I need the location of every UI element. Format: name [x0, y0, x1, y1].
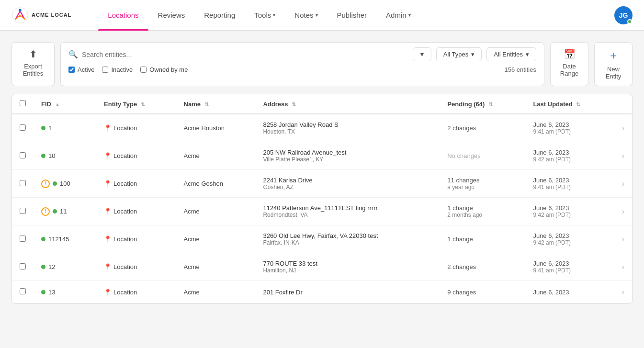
- col-last-updated[interactable]: Last Updated ⇅: [525, 94, 614, 114]
- main-content: ⬆ Export Entities 🔍 ▼ All Types ▾ All En…: [0, 31, 644, 315]
- nav-item-reporting[interactable]: Reporting: [194, 0, 245, 31]
- row-entity-type: 📍Location: [96, 281, 176, 303]
- avatar[interactable]: JG: [614, 6, 633, 24]
- row-checkbox[interactable]: [20, 124, 26, 131]
- owned-checkbox-label[interactable]: Owned by me: [140, 66, 188, 73]
- active-dot: [41, 265, 45, 269]
- col-name[interactable]: Name ⇅: [176, 94, 256, 114]
- search-icon: 🔍: [68, 50, 78, 59]
- active-checkbox-label[interactable]: Active: [68, 66, 94, 73]
- name-value: Acme: [184, 208, 200, 215]
- name-value: Acme Goshen: [184, 180, 223, 187]
- row-name: Acme Houston: [176, 114, 256, 142]
- col-address[interactable]: Address ⇅: [255, 94, 440, 114]
- row-pending: 9 changes: [440, 281, 525, 303]
- search-input-wrap: 🔍: [68, 50, 408, 59]
- row-expand-chevron[interactable]: ›: [622, 263, 624, 271]
- fid-sort-icon: ▲: [55, 101, 60, 107]
- export-entities-button[interactable]: ⬆ Export Entities: [11, 42, 55, 86]
- all-types-select[interactable]: All Types ▾: [436, 47, 482, 61]
- row-entity-type: 📍Location: [96, 225, 176, 253]
- row-chevron-cell: ›: [614, 225, 632, 253]
- row-expand-chevron[interactable]: ›: [622, 124, 624, 132]
- row-checkbox[interactable]: [20, 263, 26, 269]
- pending-sub-value: a year ago: [447, 184, 518, 191]
- row-last-updated: June 6, 2023 9:41 am (PDT): [525, 253, 614, 281]
- row-checkbox-cell: [12, 198, 34, 225]
- entity-type-value: Location: [113, 289, 137, 296]
- navbar: ACME LOCAL Locations Reviews Reporting T…: [0, 0, 644, 31]
- table-row: ! 11 📍Location Acme 11240 Patterson Ave_…: [12, 198, 632, 225]
- inactive-checkbox[interactable]: [102, 67, 108, 73]
- name-value: Acme: [184, 152, 200, 159]
- name-value: Acme: [184, 236, 200, 243]
- address-line1: 201 Foxfire Dr: [263, 289, 432, 296]
- row-fid: ! 100: [34, 170, 96, 198]
- location-icon: 📍: [104, 124, 112, 132]
- active-dot: [41, 290, 45, 294]
- pending-value: 1 change: [447, 236, 518, 243]
- date-range-button[interactable]: 📅 Date Range: [550, 42, 588, 86]
- row-pending: 11 changes a year ago: [440, 170, 525, 198]
- col-pending[interactable]: Pending (64) ⇅: [440, 94, 525, 114]
- row-expand-chevron[interactable]: ›: [622, 235, 624, 243]
- row-checkbox[interactable]: [20, 236, 26, 242]
- entity-type-value: Location: [113, 208, 137, 215]
- entity-count: 156 entities: [505, 66, 537, 73]
- row-expand-chevron[interactable]: ›: [622, 152, 624, 160]
- col-entity-type[interactable]: Entity Type ⇅: [96, 94, 176, 114]
- row-fid: ! 11: [34, 198, 96, 225]
- admin-dropdown-arrow: ▾: [408, 12, 411, 18]
- nav-item-tools[interactable]: Tools ▾: [245, 0, 285, 31]
- row-pending: No changes: [440, 142, 525, 170]
- nav-item-notes[interactable]: Notes ▾: [285, 0, 327, 31]
- nav-item-reviews[interactable]: Reviews: [148, 0, 195, 31]
- row-checkbox[interactable]: [20, 152, 26, 158]
- nav-item-publisher[interactable]: Publisher: [328, 0, 377, 31]
- row-expand-chevron[interactable]: ›: [622, 207, 624, 215]
- location-icon: 📍: [104, 289, 112, 296]
- row-pending: 1 change 2 months ago: [440, 198, 525, 225]
- avatar-online-dot: [627, 19, 632, 24]
- logo[interactable]: ACME LOCAL: [11, 7, 71, 24]
- plus-icon: ＋: [608, 48, 619, 63]
- row-fid: 112145: [34, 225, 96, 253]
- new-entity-button[interactable]: ＋ New Entity: [594, 42, 633, 86]
- pending-warning-icon: !: [41, 180, 50, 188]
- owned-checkbox[interactable]: [140, 67, 147, 73]
- date-value: June 6, 2023: [533, 121, 606, 128]
- inactive-checkbox-label[interactable]: Inactive: [102, 66, 133, 73]
- nav-item-locations[interactable]: Locations: [98, 0, 148, 31]
- row-checkbox[interactable]: [20, 180, 26, 186]
- row-last-updated: June 6, 2023 9:41 am (PDT): [525, 170, 614, 198]
- name-value: Acme: [184, 289, 200, 296]
- all-entities-select[interactable]: All Entities ▾: [486, 47, 536, 61]
- filter-button[interactable]: ▼: [413, 47, 431, 61]
- search-input[interactable]: [82, 51, 408, 58]
- address-line1: 11240 Patterson Ave_1111TEST ting rrrrr: [263, 204, 432, 212]
- time-value: 9:41 am (PDT): [533, 128, 606, 135]
- entities-chevron: ▾: [526, 51, 529, 58]
- row-name: Acme: [176, 142, 256, 170]
- row-checkbox[interactable]: [20, 288, 26, 294]
- row-checkbox[interactable]: [20, 208, 26, 214]
- date-value: June 6, 2023: [533, 149, 606, 156]
- active-checkbox[interactable]: [68, 67, 75, 73]
- row-checkbox-cell: [12, 253, 34, 281]
- col-fid[interactable]: FID ▲: [34, 94, 96, 114]
- row-expand-chevron[interactable]: ›: [622, 288, 624, 296]
- nav-item-admin[interactable]: Admin ▾: [376, 0, 420, 31]
- active-dot: [41, 237, 45, 241]
- time-value: 9:42 am (PDT): [533, 239, 606, 246]
- row-name: Acme Goshen: [176, 170, 256, 198]
- notes-dropdown-arrow: ▾: [316, 12, 318, 18]
- address-line1: 3260 Old Lee Hwy, Fairfax, VA 22030 test: [263, 232, 432, 239]
- row-expand-chevron[interactable]: ›: [622, 180, 624, 188]
- location-icon: 📍: [104, 236, 112, 243]
- row-name: Acme: [176, 253, 256, 281]
- logo-icon: [11, 7, 29, 24]
- row-chevron-cell: ›: [614, 198, 632, 225]
- select-all-checkbox[interactable]: [20, 100, 26, 106]
- entities-table: FID ▲ Entity Type ⇅ Name ⇅ Address ⇅: [12, 94, 632, 303]
- types-chevron: ▾: [471, 51, 475, 58]
